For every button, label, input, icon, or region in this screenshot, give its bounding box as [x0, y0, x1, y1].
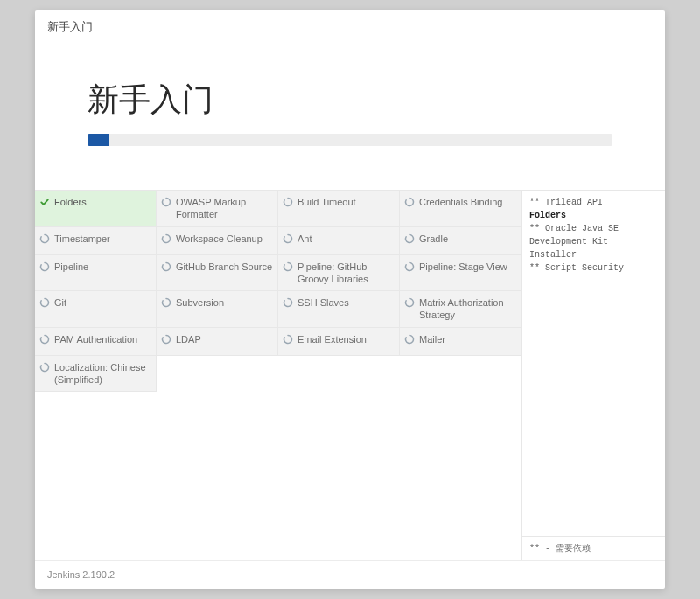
plugin-cell: Pipeline: GitHub Groovy Libraries: [278, 255, 400, 292]
plugin-cell: Build Timeout: [278, 191, 400, 227]
spinner-icon: [403, 233, 416, 245]
plugin-name-label: LDAP: [176, 333, 201, 345]
plugin-name-label: Email Extension: [298, 333, 367, 345]
plugin-cell: SSH Slaves: [278, 291, 400, 328]
plugin-name-label: Pipeline: GitHub Groovy Libraries: [298, 261, 396, 286]
plugin-name-label: Ant: [298, 233, 312, 245]
modal-header: 新手入门: [35, 10, 665, 44]
plugin-cell: Git: [35, 291, 157, 328]
main-area: FoldersOWASP Markup FormatterBuild Timeo…: [35, 190, 665, 560]
plugin-cell: Folders: [35, 191, 157, 227]
spinner-icon: [403, 196, 416, 208]
spinner-icon: [160, 261, 172, 273]
log-line: ** Oracle Java SE Development Kit Instal…: [529, 222, 658, 261]
plugin-name-label: SSH Slaves: [298, 296, 349, 309]
modal-title: 新手入门: [47, 20, 93, 33]
spinner-icon: [38, 296, 51, 309]
spinner-icon: [38, 361, 51, 373]
spinner-icon: [160, 333, 172, 345]
install-log: ** Trilead APIFolders** Oracle Java SE D…: [522, 191, 665, 536]
plugin-name-label: PAM Authentication: [54, 333, 137, 345]
hero-section: 新手入门: [35, 44, 665, 190]
spinner-icon: [403, 261, 416, 273]
install-log-panel: ** Trilead APIFolders** Oracle Java SE D…: [522, 191, 665, 560]
spinner-icon: [38, 233, 51, 245]
plugin-name-label: Pipeline: Stage View: [419, 261, 508, 273]
plugin-name-label: Folders: [54, 196, 87, 208]
plugin-cell: Subversion: [157, 291, 278, 328]
page-title: 新手入门: [88, 79, 612, 122]
spinner-icon: [282, 296, 294, 309]
plugin-name-label: Git: [54, 296, 66, 309]
plugin-name-label: Subversion: [176, 296, 224, 309]
plugin-cell: Pipeline: [35, 255, 157, 292]
plugin-cell: Gradle: [400, 227, 522, 255]
plugin-cell: Mailer: [400, 328, 522, 356]
spinner-icon: [403, 333, 416, 345]
check-icon: [38, 196, 51, 208]
plugin-cell: PAM Authentication: [35, 328, 157, 356]
setup-wizard-modal: 新手入门 新手入门 FoldersOWASP Markup FormatterB…: [35, 10, 665, 589]
plugin-cell: Localization: Chinese (Simplified): [35, 356, 157, 393]
spinner-icon: [160, 196, 172, 208]
modal-footer: Jenkins 2.190.2: [35, 560, 665, 589]
plugin-name-label: Build Timeout: [298, 196, 356, 208]
log-footer-note: ** - 需要依赖: [522, 536, 665, 560]
plugin-name-label: Workspace Cleanup: [176, 233, 262, 245]
plugin-cell: Email Extension: [278, 328, 400, 356]
plugin-cell: Ant: [278, 227, 400, 255]
spinner-icon: [160, 296, 172, 309]
plugin-cell: OWASP Markup Formatter: [157, 191, 278, 227]
log-line: ** Script Security: [529, 261, 658, 275]
spinner-icon: [38, 261, 51, 273]
plugin-grid: FoldersOWASP Markup FormatterBuild Timeo…: [35, 191, 522, 560]
spinner-icon: [160, 233, 172, 245]
plugin-name-label: Gradle: [419, 233, 448, 245]
plugin-cell: Workspace Cleanup: [157, 227, 278, 255]
plugin-name-label: OWASP Markup Formatter: [176, 196, 274, 221]
spinner-icon: [282, 196, 294, 208]
plugin-cell: Matrix Authorization Strategy: [400, 291, 522, 328]
plugin-name-label: Credentials Binding: [419, 196, 502, 208]
plugin-name-label: Mailer: [419, 333, 445, 345]
plugin-name-label: Timestamper: [54, 233, 110, 245]
plugin-cell: Pipeline: Stage View: [400, 255, 522, 292]
spinner-icon: [282, 233, 294, 245]
plugin-name-label: Pipeline: [54, 261, 88, 273]
install-progress-bar: [88, 134, 612, 146]
install-progress-fill: [88, 134, 108, 146]
version-label: Jenkins 2.190.2: [47, 569, 115, 580]
plugin-cell: GitHub Branch Source: [157, 255, 278, 292]
plugin-name-label: Localization: Chinese (Simplified): [54, 361, 152, 387]
log-line: ** Trilead API: [529, 196, 658, 209]
plugin-cell: LDAP: [157, 328, 278, 356]
spinner-icon: [282, 333, 294, 345]
spinner-icon: [403, 296, 416, 309]
log-line: Folders: [529, 209, 658, 222]
plugin-cell: Credentials Binding: [400, 191, 522, 227]
plugin-name-label: Matrix Authorization Strategy: [419, 296, 517, 322]
spinner-icon: [282, 261, 294, 273]
spinner-icon: [38, 333, 51, 345]
plugin-name-label: GitHub Branch Source: [176, 261, 272, 273]
plugin-cell: Timestamper: [35, 227, 157, 255]
